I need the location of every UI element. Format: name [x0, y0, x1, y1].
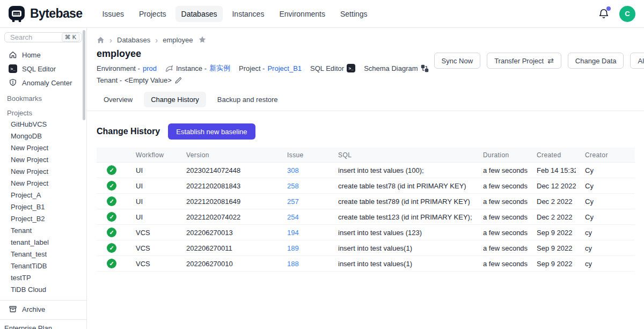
sidebar-section-bookmarks: Bookmarks [0, 90, 86, 104]
page-header: employee Environment - prod Instance - 新… [97, 46, 636, 87]
sidebar-project-tenant-test[interactable]: Tenant_test [0, 248, 86, 260]
schema-diagram-link[interactable]: Schema Diagram [364, 64, 428, 72]
cell-creator: Cy [576, 198, 635, 206]
main-content: › Databases › employee employee Environm… [87, 28, 644, 329]
change-data-button[interactable]: Change Data [568, 53, 624, 69]
instance-link[interactable]: 新实例 [209, 63, 230, 73]
cell-version: 202206270010 [177, 260, 278, 268]
search-input[interactable] [9, 33, 60, 42]
meta-tenant: Tenant - <Empty Value> [97, 76, 182, 84]
search-box: ⌘ K [4, 32, 82, 42]
nav-instances[interactable]: Instances [226, 6, 270, 22]
sidebar-project-githubvcs[interactable]: GitHubVCS [0, 119, 86, 130]
sidebar-project-testtp[interactable]: testTP [0, 272, 86, 284]
establish-new-baseline-button[interactable]: Establish new baseline [168, 123, 255, 140]
sidebar-item-anomaly-center[interactable]: Anomaly Center [0, 76, 86, 90]
status-done-icon: ✓ [107, 181, 116, 191]
notification-bell-icon[interactable] [598, 8, 610, 20]
instance-engine-icon [165, 65, 173, 72]
schema-diagram-icon [421, 64, 429, 72]
sidebar-project-mongodb[interactable]: MongoDB [0, 130, 86, 142]
table-row[interactable]: ✓ UI 20221202081649 257 create table tes… [97, 194, 635, 209]
change-history-table: Workflow Version Issue SQL Duration Crea… [97, 148, 635, 272]
col-sql: SQL [329, 151, 474, 159]
breadcrumb-current: employee [163, 36, 193, 44]
tab-backup-and-restore[interactable]: Backup and restore [210, 92, 285, 107]
status-done-icon: ✓ [107, 259, 116, 268]
sidebar-project-tenant[interactable]: Tenant [0, 225, 86, 237]
sync-now-button[interactable]: Sync Now [434, 53, 481, 69]
sidebar-project-new-project-2[interactable]: New Project [0, 154, 86, 166]
issue-link[interactable]: 254 [287, 213, 299, 221]
sidebar-scrollbar[interactable] [83, 30, 85, 120]
sidebar-project-new-project-1[interactable]: New Project [0, 142, 86, 154]
tab-divider [87, 111, 644, 111]
user-avatar[interactable]: C [619, 6, 635, 22]
sidebar-project-tenanttidb[interactable]: TenantTiDB [0, 260, 86, 272]
breadcrumb-home-icon[interactable] [97, 36, 105, 44]
transfer-project-button[interactable]: Transfer Project ⇄ [487, 53, 561, 69]
table-row[interactable]: ✓ UI 20221202074022 254 create table tes… [97, 209, 635, 225]
cell-workflow: UI [127, 213, 177, 221]
sidebar-item-archive[interactable]: Archive [0, 301, 86, 318]
issue-link[interactable]: 258 [287, 182, 299, 190]
status-done-icon: ✓ [107, 212, 116, 222]
cell-sql: insert into test values (100); [329, 166, 474, 174]
cell-created: Dec 2 2022 [528, 198, 576, 206]
sidebar-project-project-b1[interactable]: Project_B1 [0, 201, 86, 213]
cell-created: Sep 9 2022 [528, 260, 576, 268]
sidebar-project-project-a[interactable]: Project_A [0, 189, 86, 201]
nav-settings[interactable]: Settings [334, 6, 374, 22]
sidebar-item-home[interactable]: Home [0, 48, 86, 62]
col-workflow: Workflow [127, 151, 177, 159]
breadcrumb-databases[interactable]: Databases [117, 36, 150, 44]
plan-label: Enterprise Plan [0, 319, 86, 329]
cell-version: 202206270011 [177, 244, 278, 252]
page-actions: Sync Now Transfer Project ⇄ Change Data … [434, 53, 644, 69]
tab-overview[interactable]: Overview [97, 92, 140, 107]
primary-nav: Issues Projects Databases Instances Envi… [96, 6, 598, 22]
sidebar-item-sql-editor[interactable]: >_ SQL Editor [0, 62, 86, 76]
cell-creator: Cy [576, 213, 635, 221]
status-done-icon: ✓ [107, 196, 116, 206]
sidebar-project-tidb-cloud[interactable]: TiDB Cloud [0, 284, 86, 296]
tab-change-history[interactable]: Change History [144, 92, 206, 107]
shield-icon [9, 78, 17, 87]
sidebar-item-label: Home [22, 51, 41, 59]
cell-created: Dec 2 2022 [528, 213, 576, 221]
database-meta-line-1: Environment - prod Instance - 新实例 Projec… [97, 63, 434, 73]
nav-projects[interactable]: Projects [133, 6, 172, 22]
cell-workflow: UI [127, 166, 177, 174]
bookmark-star-icon[interactable] [198, 35, 207, 44]
sidebar-project-new-project-3[interactable]: New Project [0, 166, 86, 178]
sidebar-project-project-b2[interactable]: Project_B2 [0, 213, 86, 225]
nav-environments[interactable]: Environments [273, 6, 331, 22]
issue-link[interactable]: 257 [287, 198, 299, 206]
sidebar-project-new-project-4[interactable]: New Project [0, 178, 86, 189]
nav-databases[interactable]: Databases [175, 6, 223, 22]
bytebase-logo[interactable]: Bytebase [8, 5, 82, 23]
cell-duration: a few seconds [474, 260, 528, 268]
alter-schema-button[interactable]: Alter Schema [630, 53, 644, 69]
tenant-value: <Empty Value> [125, 76, 172, 84]
breadcrumb-separator: › [155, 36, 158, 44]
keyboard-shortcut-badge: ⌘ K [62, 33, 79, 42]
nav-issues[interactable]: Issues [96, 6, 129, 22]
sql-editor-link[interactable]: SQL Editor >_ [310, 64, 355, 72]
table-row[interactable]: ✓ VCS 202206270010 188 insert into test … [97, 256, 635, 272]
sidebar-project-tenant-label[interactable]: tenant_label [0, 237, 86, 248]
issue-link[interactable]: 308 [287, 166, 299, 174]
project-link[interactable]: Project_B1 [267, 64, 302, 72]
environment-link[interactable]: prod [143, 64, 157, 72]
table-row[interactable]: ✓ UI 20230214072448 308 insert into test… [97, 163, 635, 178]
status-done-icon: ✓ [107, 243, 116, 253]
issue-link[interactable]: 188 [287, 260, 299, 268]
table-row[interactable]: ✓ VCS 202206270011 189 insert into test … [97, 240, 635, 256]
table-row[interactable]: ✓ UI 20221202081843 258 create table tes… [97, 178, 635, 194]
issue-link[interactable]: 189 [287, 244, 299, 252]
issue-link[interactable]: 194 [287, 229, 299, 237]
edit-pencil-icon[interactable] [174, 77, 182, 84]
section-title: Change History [97, 127, 160, 136]
table-row[interactable]: ✓ VCS 202206270013 194 insert into test … [97, 225, 635, 240]
col-creator: Creator [576, 151, 635, 159]
